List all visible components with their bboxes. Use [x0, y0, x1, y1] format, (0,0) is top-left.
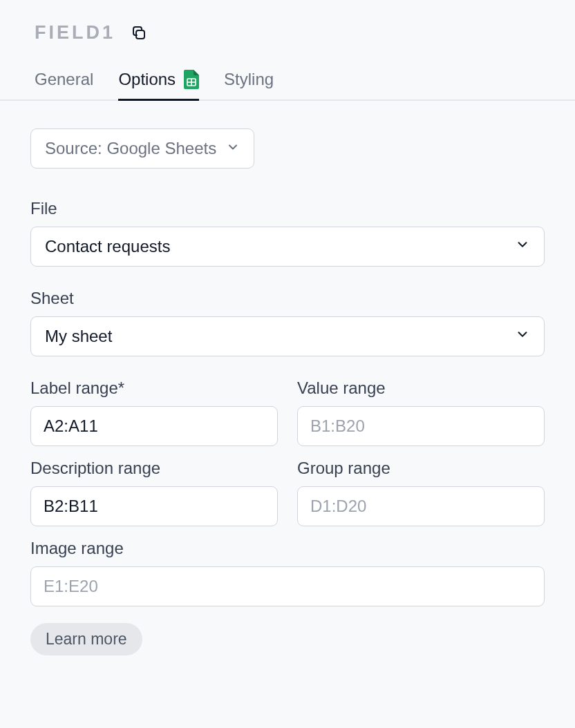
chevron-down-icon	[515, 237, 530, 256]
file-value: Contact requests	[45, 237, 170, 256]
chevron-down-icon	[515, 327, 530, 346]
source-select[interactable]: Source: Google Sheets	[30, 128, 254, 169]
google-sheets-icon	[184, 70, 199, 89]
description-range-input[interactable]	[30, 486, 278, 526]
sheet-value: My sheet	[45, 327, 112, 346]
group-range-label: Group range	[297, 459, 545, 478]
svg-rect-0	[136, 30, 144, 39]
tab-general[interactable]: General	[35, 70, 93, 101]
value-range-input[interactable]	[297, 406, 545, 446]
image-range-label: Image range	[30, 539, 545, 558]
description-range-label: Description range	[30, 459, 278, 478]
group-range-input[interactable]	[297, 486, 545, 526]
label-range-input[interactable]	[30, 406, 278, 446]
label-range-label: Label range*	[30, 379, 278, 398]
tab-options[interactable]: Options	[118, 70, 199, 101]
copy-icon[interactable]	[131, 25, 147, 41]
chevron-down-icon	[226, 139, 240, 158]
file-label: File	[30, 199, 545, 218]
file-select[interactable]: Contact requests	[30, 227, 545, 267]
image-range-input[interactable]	[30, 566, 545, 606]
page-title: FIELD1	[35, 22, 115, 44]
tab-styling[interactable]: Styling	[224, 70, 274, 101]
tab-options-label: Options	[118, 70, 176, 89]
value-range-label: Value range	[297, 379, 545, 398]
tab-bar: General Options Styling	[0, 70, 575, 101]
learn-more-button[interactable]: Learn more	[30, 623, 142, 655]
sheet-label: Sheet	[30, 289, 545, 308]
source-label: Source: Google Sheets	[45, 139, 216, 158]
sheet-select[interactable]: My sheet	[30, 316, 545, 356]
